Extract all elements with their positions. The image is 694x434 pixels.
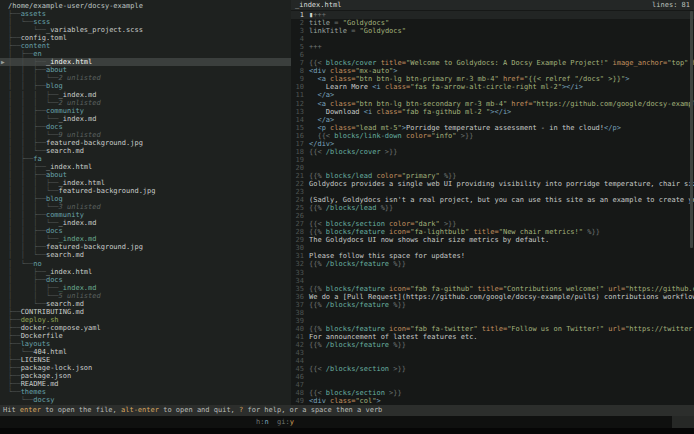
text-segment: href= — [503, 75, 524, 83]
tree-row-fa[interactable]: │ ├──fa — [0, 155, 291, 163]
preview-scrollbar[interactable] — [690, 11, 693, 248]
tree-row-docker-compose-yaml[interactable]: ├──docker-compose.yaml — [0, 324, 291, 332]
file-name: featured-background.jpg — [46, 243, 143, 251]
text-segment: color= — [389, 220, 414, 228]
tree-row-content[interactable]: ├──content — [0, 42, 291, 50]
directory-name: about — [46, 66, 67, 74]
tree-row-docs[interactable]: │ ├──docs — [0, 276, 291, 284]
tree-row-package-lock-json[interactable]: ├──package-lock.json — [0, 364, 291, 372]
code-line: 9 <a class="btn btn-lg btn-primary mr-3 … — [291, 75, 694, 83]
tree-row-docs[interactable]: │ │ ├──docs — [0, 123, 291, 131]
text-segment: "fab fa-twitter" — [410, 325, 477, 333]
tree-row-deploy-sh[interactable]: ├──deploy.sh — [0, 316, 291, 324]
tree-row-themes[interactable]: └──themes — [0, 388, 291, 396]
tree-row-layouts[interactable]: ├──layouts — [0, 340, 291, 348]
tree-row--index-html[interactable]: ▶│ │ ├──_index.html — [0, 58, 291, 66]
tree-row--index-html[interactable]: │ │ │ ├──_index.html — [0, 179, 291, 187]
tree-branch-lines: │ │ ├── — [8, 82, 46, 90]
tree-row-en[interactable]: │ ├──en — [0, 50, 291, 58]
tree-row--index-md[interactable]: │ │ │ └──_index.md — [0, 235, 291, 243]
tree-row--index-md[interactable]: │ │ │ └──_index.md — [0, 115, 291, 123]
text-segment: Hit — [3, 406, 20, 414]
tree-row--variables-project-scss[interactable]: │ └──_variables_project.scss — [0, 26, 291, 34]
tree-row-blog[interactable]: │ │ ├──blog — [0, 195, 291, 203]
tree-row--index-md[interactable]: │ │ ├──_index.md — [0, 284, 291, 292]
tree-row--index-html[interactable]: │ ├──_index.html — [0, 268, 291, 276]
text-segment: alt-enter — [121, 406, 159, 414]
tree-branch-lines: │ ├── — [8, 155, 33, 163]
code-line: 35{{% blocks/feature icon="fab fa-github… — [291, 285, 694, 293]
tree-row-9-unlisted[interactable]: │ │ │ └──9 unlisted — [0, 131, 291, 139]
text-segment: "https://github.com/google/docsy-example… — [532, 100, 694, 108]
tree-row-3-unlisted[interactable]: │ │ │ └──3 unlisted — [0, 203, 291, 211]
text-segment: url= — [608, 285, 625, 293]
text-segment: to open and quit, — [159, 406, 239, 414]
text-segment: Learn More — [309, 83, 372, 91]
text-segment: %}} — [389, 260, 406, 268]
file-name: _index.html — [46, 58, 92, 66]
code-line: 13 Download <i class="fab fa-github ml-2… — [291, 108, 694, 116]
tree-row-404-html[interactable]: │ └──404.html — [0, 348, 291, 356]
tree-row-about[interactable]: │ │ ├──about — [0, 66, 291, 74]
tree-row-featured-background-jpg[interactable]: │ │ ├──featured-background.jpg — [0, 243, 291, 251]
file-name: _index.html — [46, 163, 92, 171]
tree-row-featured-background-jpg[interactable]: │ │ │ └──featured-background.jpg — [0, 187, 291, 195]
command-input[interactable]: :e h:n gi:y — [0, 416, 672, 428]
tree-row-docsy[interactable]: └──docsy — [0, 396, 291, 404]
tree-row-package-json[interactable]: ├──package.json — [0, 372, 291, 380]
tree-row-community[interactable]: │ │ ├──community — [0, 107, 291, 115]
tree-root-path[interactable]: /home/example-user/docsy-example — [0, 2, 291, 10]
tree-row--index-md[interactable]: │ │ │ ├──_index.md — [0, 91, 291, 99]
tree-row-5-unlisted[interactable]: │ │ └──5 unlisted — [0, 292, 291, 300]
tree-row--index-html[interactable]: │ │ ├──_index.html — [0, 163, 291, 171]
code-line: 45{{< /blocks/section >}} — [291, 365, 694, 373]
code-line: 18{{< /blocks/cover >}} — [291, 148, 694, 156]
input-row: :e h:n gi:y — [0, 416, 694, 428]
text-segment: +++ — [313, 11, 326, 19]
tree-row-about[interactable]: │ │ ├──about — [0, 171, 291, 179]
text-segment: "dark" — [414, 220, 439, 228]
directory-name: about — [46, 171, 67, 179]
tree-row--index-md[interactable]: │ │ │ └──_index.md — [0, 219, 291, 227]
code-line: 16 {{< blocks/link-down color="info" >}} — [291, 132, 694, 140]
text-segment: {{< — [309, 59, 326, 67]
tree-row-2-unlisted[interactable]: │ │ │ └──2 unlisted — [0, 74, 291, 82]
tree-row-scss[interactable]: │ └──scss — [0, 18, 291, 26]
line-number: 38 — [291, 309, 304, 317]
line-number: 20 — [291, 164, 304, 172]
tree-branch-lines: ├── — [8, 42, 21, 50]
text-segment: "Follow us on Twitter!" — [507, 325, 604, 333]
code-line: 14 </a> — [291, 116, 694, 124]
text-segment: "btn btn-lg btn-primary mr-3 mb-4" — [355, 75, 498, 83]
tree-row-license[interactable]: ├──LICENSE — [0, 356, 291, 364]
directory-name: community — [46, 211, 84, 219]
tree-row-search-md[interactable]: │ │ └──search.md — [0, 251, 291, 259]
tree-row-featured-background-jpg[interactable]: │ │ ├──featured-background.jpg — [0, 139, 291, 147]
text-segment: {{< — [309, 148, 326, 156]
tree-branch-lines: │ │ │ └── — [8, 235, 59, 243]
tree-row-config-toml[interactable]: ├──config.toml — [0, 34, 291, 42]
text-segment: {{% — [309, 341, 326, 349]
tree-row-dockerfile[interactable]: ├──Dockerfile — [0, 332, 291, 340]
text-segment: {{% — [309, 301, 326, 309]
text-segment: icon= — [389, 285, 410, 293]
tree-branch-lines: │ └── — [8, 260, 33, 268]
directory-name: docs — [46, 123, 63, 131]
tree-row-docs[interactable]: │ │ ├──docs — [0, 227, 291, 235]
tree-row-2-unlisted[interactable]: │ │ │ └──2 unlisted — [0, 99, 291, 107]
tree-row-community[interactable]: │ │ ├──community — [0, 211, 291, 219]
tree-row-blog[interactable]: │ │ ├──blog — [0, 82, 291, 90]
tree-row-readme-md[interactable]: ├──README.md — [0, 380, 291, 388]
tree-row-search-md[interactable]: │ │ └──search.md — [0, 147, 291, 155]
code-line: 48{{< blocks/section >}} — [291, 389, 694, 397]
code-line: 20 — [291, 164, 694, 172]
tree-row-contributing-md[interactable]: ├──CONTRIBUTING.md — [0, 308, 291, 316]
text-segment: %}} — [389, 301, 406, 309]
text-segment: </a> — [317, 116, 334, 124]
tree-row-no[interactable]: │ └──no — [0, 260, 291, 268]
tree-row-search-md[interactable]: │ └──search.md — [0, 300, 291, 308]
tree-row-assets[interactable]: ├──assets — [0, 10, 291, 18]
tree-branch-lines: │ ├── — [8, 276, 46, 284]
code-line: 11 </a> — [291, 91, 694, 99]
text-segment: </a> — [317, 91, 334, 99]
